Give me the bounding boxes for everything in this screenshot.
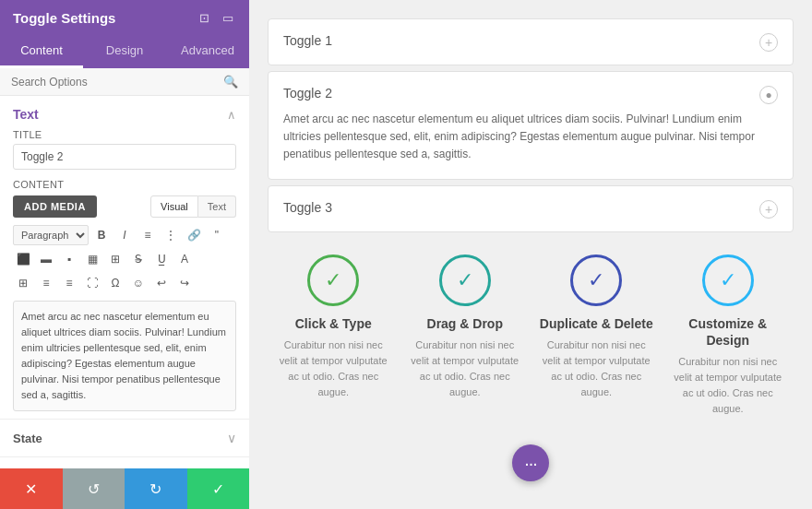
minimize-icon[interactable]: ⊡ [196,9,212,26]
paragraph-select[interactable]: Paragraph [13,225,89,245]
visual-tab[interactable]: Visual [150,195,198,218]
quote-button[interactable]: " [207,225,227,245]
feature-3-circle: ✓ [570,254,622,306]
main-content: Toggle 1 + Toggle 2 Amet arcu ac nec nas… [249,0,812,509]
feature-3-title: Duplicate & Delete [540,315,653,332]
toggle-3-body: Toggle 3 [283,199,759,216]
save-button[interactable]: ✓ [187,468,250,509]
feature-drag-drop: ✓ Drag & Drop Curabitur non nisi nec vel… [400,254,531,418]
panel-title: Toggle Settings [13,10,115,26]
unordered-list-button[interactable]: ≡ [137,225,158,245]
header-icons: ⊡ ▭ [196,9,236,26]
toggle-2-label: Toggle 2 [283,86,332,101]
background-header[interactable]: Background ∨ [0,457,249,468]
search-input[interactable] [11,76,223,89]
content-label: Content [0,179,249,190]
feature-1-check-icon: ✓ [325,268,341,292]
text-section-toggle-icon: ∧ [227,108,236,122]
feature-2-circle: ✓ [439,254,491,306]
feature-click-type: ✓ Click & Type Curabitur non nisi nec ve… [268,254,400,418]
text-tab[interactable]: Text [198,195,236,218]
align-left-button[interactable]: ⬛ [13,249,33,269]
feature-4-title: Customize & Design [670,315,787,349]
toggle-3-icon[interactable]: + [759,200,778,219]
state-header[interactable]: State ∨ [0,420,249,456]
title-field-group: Title [0,129,249,179]
tab-content[interactable]: Content [0,35,83,68]
state-section: State ∨ [0,419,249,456]
strikethrough-button[interactable]: S̶ [128,249,149,269]
toggle-2-body: Toggle 2 Amet arcu ac nec nascetur eleme… [283,85,759,164]
feature-2-check-icon: ✓ [457,268,473,292]
visual-text-tabs: Visual Text [150,195,236,218]
toggle-3: Toggle 3 + [268,185,794,232]
bold-button[interactable]: B [91,225,112,245]
toggle-1-icon[interactable]: + [759,33,778,52]
fab-button[interactable]: ··· [512,444,549,481]
feature-2-title: Drag & Drop [427,315,503,332]
table-button[interactable]: ⊞ [105,249,125,269]
panel-footer: ✕ ↺ ↻ ✓ [0,468,249,509]
feature-4-check-icon: ✓ [720,268,736,292]
close-button[interactable]: ✕ [0,468,63,509]
text-section-header[interactable]: Text ∧ [0,96,249,129]
tab-advanced[interactable]: Advanced [166,35,249,68]
align-center-button[interactable]: ▬ [36,249,56,269]
indent-button[interactable]: ≡ [36,273,56,293]
settings-panel: Toggle Settings ⊡ ▭ Content Design Advan… [0,0,249,509]
fullscreen-button[interactable]: ⛶ [82,273,102,293]
feature-1-circle: ✓ [307,254,359,306]
editor-area[interactable]: Amet arcu ac nec nascetur elementum eu a… [13,301,236,411]
toolbar-row-2: ⬛ ▬ ▪ ▦ ⊞ S̶ U̲ A [0,249,249,273]
redo-toolbar-button[interactable]: ↪ [174,273,195,293]
text-section-title: Text [13,107,39,122]
toggle-2: Toggle 2 Amet arcu ac nec nascetur eleme… [268,71,794,180]
feature-duplicate-delete: ✓ Duplicate & Delete Curabitur non nisi … [531,254,663,418]
toggle-2-content: Amet arcu ac nec nascetur elementum eu a… [283,111,759,164]
panel-tabs: Content Design Advanced [0,35,249,68]
expand-icon[interactable]: ▭ [220,9,236,26]
undo-button[interactable]: ↺ [63,468,125,509]
redo-button[interactable]: ↻ [125,468,187,509]
color-button[interactable]: A [174,249,195,269]
search-bar: 🔍 [0,68,249,96]
underline-button[interactable]: U̲ [151,249,172,269]
feature-4-circle: ✓ [702,254,754,306]
toolbar-row-1: Paragraph B I ≡ ⋮ 🔗 " [0,225,249,249]
ordered-list-button[interactable]: ⋮ [161,225,181,245]
title-input[interactable] [13,144,236,170]
feature-2-desc: Curabitur non nisi nec velit at tempor v… [407,337,524,400]
toggle-1-body: Toggle 1 [283,32,759,49]
feature-3-check-icon: ✓ [588,268,604,292]
toggle-1-label: Toggle 1 [283,33,332,48]
state-chevron-icon: ∨ [227,431,236,445]
undo-toolbar-button[interactable]: ↩ [151,273,172,293]
toggle-1: Toggle 1 + [268,18,794,65]
feature-4-desc: Curabitur non nisi nec velit at tempor v… [670,354,787,417]
emoji-button[interactable]: ☺ [128,273,149,293]
background-section: Background ∨ [0,456,249,468]
italic-button[interactable]: I [114,225,135,245]
add-media-row: ADD MEDIA Visual Text [0,195,249,225]
feature-1-desc: Curabitur non nisi nec velit at tempor v… [275,337,392,400]
feature-1-title: Click & Type [295,315,372,332]
block-button[interactable]: ▦ [82,249,102,269]
tab-design[interactable]: Design [83,35,166,68]
toggle-3-label: Toggle 3 [283,200,332,215]
title-label: Title [13,129,236,140]
features-row: ✓ Click & Type Curabitur non nisi nec ve… [268,254,794,418]
align-right-button[interactable]: ▪ [59,249,79,269]
toggle-2-icon[interactable]: ● [759,86,778,104]
feature-3-desc: Curabitur non nisi nec velit at tempor v… [538,337,655,400]
link-button[interactable]: 🔗 [184,225,204,245]
omega-button[interactable]: Ω [105,273,125,293]
feature-customize-design: ✓ Customize & Design Curabitur non nisi … [663,254,794,418]
add-media-button[interactable]: ADD MEDIA [13,195,97,218]
outdent-button[interactable]: ≡ [59,273,79,293]
more-button[interactable]: ⊞ [13,273,33,293]
fab-label: ··· [524,453,537,474]
toolbar-row-3: ⊞ ≡ ≡ ⛶ Ω ☺ ↩ ↪ [0,273,249,297]
state-title: State [13,432,42,445]
panel-content: Text ∧ Title Content ADD MEDIA Visual Te… [0,96,249,468]
panel-header: Toggle Settings ⊡ ▭ [0,0,249,35]
